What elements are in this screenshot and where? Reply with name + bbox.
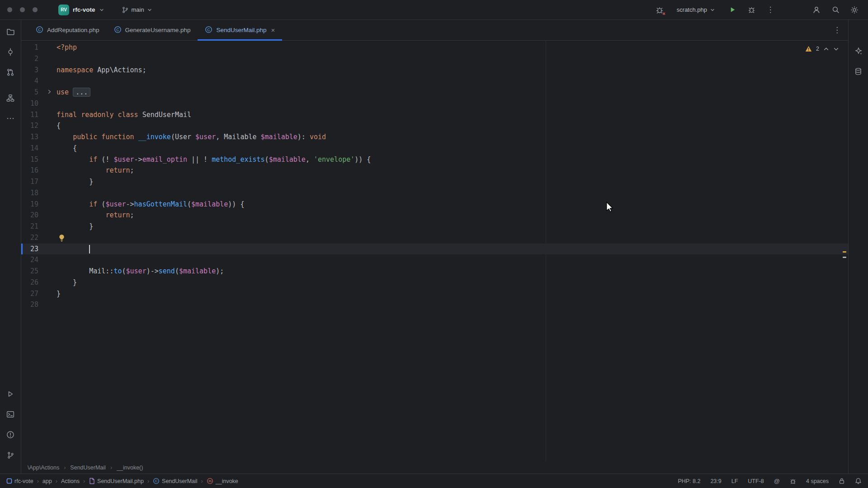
line-number[interactable]: 12 — [21, 120, 44, 131]
line-number[interactable]: 11 — [21, 109, 44, 121]
line-number[interactable]: 2 — [21, 53, 44, 65]
search-everywhere-icon[interactable] — [829, 4, 842, 16]
code-line-11[interactable]: 11final readonly class SendUserMail — [21, 109, 848, 121]
code-line-5[interactable]: 5use ... — [21, 87, 848, 98]
line-number[interactable]: 23 — [21, 244, 44, 255]
file-encoding[interactable]: UTF-8 — [748, 478, 764, 484]
code-line-27[interactable]: 27} — [21, 288, 848, 300]
php-version[interactable]: PHP: 8.2 — [678, 478, 700, 484]
line-number[interactable]: 5 — [21, 87, 44, 98]
code-line-1[interactable]: 1<?php — [21, 42, 848, 53]
code-line-12[interactable]: 12{ — [21, 120, 848, 131]
statusbar-path-item[interactable]: m__invoke — [207, 478, 238, 484]
branch-widget[interactable]: main — [119, 5, 155, 15]
code-line-28[interactable]: 28 — [21, 299, 848, 310]
line-number[interactable]: 18 — [21, 188, 44, 199]
code-line-13[interactable]: 13 public function __invoke(User $user, … — [21, 131, 848, 143]
run-config-selector[interactable]: scratch.php — [674, 5, 718, 15]
code-line-18[interactable]: 18 — [21, 188, 848, 199]
line-number[interactable]: 24 — [21, 254, 44, 266]
indent-setting[interactable]: 4 spaces — [806, 478, 829, 484]
close-window-button[interactable] — [7, 7, 12, 12]
scrollbar-warning-mark[interactable] — [843, 251, 846, 253]
commit-tool-button[interactable] — [4, 46, 17, 58]
code-line-22[interactable]: 22 — [21, 232, 848, 244]
line-number[interactable]: 16 — [21, 165, 44, 176]
database-button[interactable] — [852, 65, 865, 78]
maximize-window-button[interactable] — [33, 7, 38, 12]
minimize-window-button[interactable] — [20, 7, 25, 12]
line-number[interactable]: 25 — [21, 266, 44, 277]
more-actions-icon[interactable]: ⋮ — [764, 4, 777, 16]
statusbar-path-item[interactable]: Actions — [61, 478, 80, 484]
code-line-16[interactable]: 16 return; — [21, 165, 848, 176]
debug-listener-icon[interactable]: × — [653, 4, 666, 16]
line-number[interactable]: 13 — [21, 131, 44, 143]
breadcrumb-item[interactable]: \App\Actions — [28, 465, 59, 471]
terminal-tool-button[interactable] — [4, 408, 17, 421]
code-line-20[interactable]: 20 return; — [21, 210, 848, 221]
line-number[interactable]: 10 — [21, 98, 44, 109]
code-line-21[interactable]: 21 } — [21, 221, 848, 232]
code-with-me-icon[interactable] — [810, 4, 823, 16]
code-line-4[interactable]: 4 — [21, 75, 848, 87]
debug-button[interactable] — [745, 4, 758, 16]
problems-tool-button[interactable] — [4, 428, 17, 441]
line-number[interactable]: 15 — [21, 154, 44, 165]
code-line-24[interactable]: 24 — [21, 254, 848, 266]
tab-AddReputation.php[interactable]: CAddReputation.php — [28, 20, 107, 40]
line-number[interactable]: 3 — [21, 65, 44, 76]
ai-assistant-button[interactable] — [852, 45, 865, 57]
version-control-tool-button[interactable] — [4, 449, 17, 461]
scrollbar-caret-mark[interactable] — [843, 257, 846, 258]
breadcrumb-item[interactable]: __invoke() — [117, 465, 143, 471]
lock-icon[interactable] — [839, 478, 845, 484]
notifications-icon[interactable] — [855, 478, 862, 484]
statusbar-path-item[interactable]: SendUserMail.php — [89, 478, 144, 484]
line-number[interactable]: 27 — [21, 288, 44, 300]
fold-column[interactable] — [44, 87, 55, 98]
settings-icon[interactable] — [848, 4, 861, 16]
code-line-15[interactable]: 15 if (! $user->email_optin || ! method_… — [21, 154, 848, 165]
tab-GenerateUsername.php[interactable]: CGenerateUsername.php — [107, 20, 198, 40]
inspections-widget[interactable]: 2 — [802, 44, 842, 53]
line-number[interactable]: 22 — [21, 232, 44, 244]
line-number[interactable]: 17 — [21, 176, 44, 188]
code-line-26[interactable]: 26 } — [21, 277, 848, 288]
line-number[interactable]: 1 — [21, 42, 44, 53]
tab-SendUserMail.php[interactable]: CSendUserMail.php× — [198, 20, 282, 40]
fold-chevron-icon[interactable] — [47, 87, 52, 98]
close-icon[interactable]: × — [271, 26, 275, 34]
prev-problem-icon[interactable] — [823, 46, 829, 52]
code-line-2[interactable]: 2 — [21, 53, 848, 65]
statusbar-path-item[interactable]: rfc-vote — [6, 478, 33, 484]
code-line-10[interactable]: 10 — [21, 98, 848, 109]
line-number[interactable]: 4 — [21, 75, 44, 87]
code-line-23[interactable]: 23 — [21, 244, 848, 255]
line-number[interactable]: 19 — [21, 199, 44, 210]
next-problem-icon[interactable] — [833, 46, 839, 52]
more-tool-windows-button[interactable]: ⋯ — [4, 112, 17, 125]
run-button[interactable] — [726, 4, 739, 16]
structure-tool-button[interactable] — [4, 92, 17, 104]
code-line-14[interactable]: 14 { — [21, 143, 848, 154]
line-separator[interactable]: LF — [731, 478, 738, 484]
run-tool-button[interactable] — [4, 388, 17, 400]
line-number[interactable]: 28 — [21, 299, 44, 310]
caret-position[interactable]: 23:9 — [710, 478, 721, 484]
code-line-17[interactable]: 17 } — [21, 176, 848, 188]
line-number[interactable]: 20 — [21, 210, 44, 221]
breadcrumb-item[interactable]: SendUserMail — [70, 465, 106, 471]
debug-status-icon[interactable] — [790, 478, 796, 484]
statusbar-path-item[interactable]: CSendUserMail — [153, 478, 198, 484]
code-line-3[interactable]: 3namespace App\Actions; — [21, 65, 848, 76]
statusbar-path-item[interactable]: app — [42, 478, 52, 484]
tab-options-icon[interactable]: ⋮ — [833, 25, 841, 35]
line-number[interactable]: 14 — [21, 143, 44, 154]
project-widget[interactable]: RV rfc-vote — [56, 3, 107, 17]
pull-requests-tool-button[interactable] — [4, 66, 17, 79]
line-number[interactable]: 26 — [21, 277, 44, 288]
code-line-19[interactable]: 19 if ($user->hasGottenMail($mailable)) … — [21, 199, 848, 210]
project-tool-button[interactable] — [4, 25, 17, 38]
at-icon[interactable]: @ — [774, 478, 780, 484]
